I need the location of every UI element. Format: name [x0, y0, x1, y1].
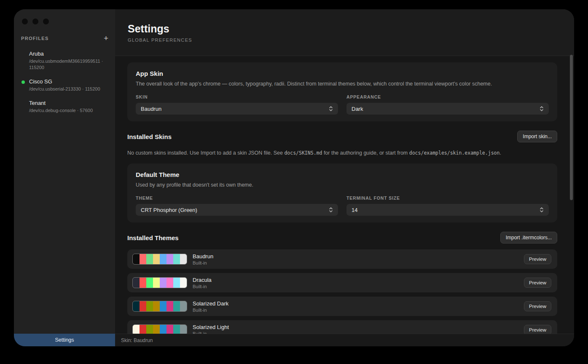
font-size-field: TERMINAL FONT SIZE 14 [346, 195, 549, 216]
note-text: . [499, 150, 501, 156]
swatch-color [140, 301, 146, 311]
add-profile-icon[interactable]: + [104, 35, 108, 41]
swatch-color [140, 278, 146, 288]
theme-row: Dracula Built-in Preview [127, 273, 557, 292]
active-connection-dot-icon [21, 80, 25, 84]
swatch-color [160, 254, 166, 264]
installed-themes-section: Installed Themes Import .itermcolors... [127, 232, 557, 244]
profiles-header: PROFILES + [14, 24, 115, 41]
swatch-color [180, 301, 187, 311]
theme-row: Solarized Light Built-in Preview [127, 320, 557, 334]
swatch-color [173, 325, 180, 334]
swatch-color [160, 301, 166, 311]
theme-info: Solarized Light Built-in [193, 324, 229, 334]
swatch-color [160, 278, 166, 288]
theme-name: Dracula [193, 277, 212, 283]
chevron-up-down-icon [539, 206, 545, 213]
profile-item[interactable]: Tenant /dev/cu.debug-console · 57600 [14, 99, 115, 115]
swatch-color [140, 325, 146, 334]
skin-select[interactable]: Baudrun [136, 103, 338, 115]
chevron-up-down-icon [328, 105, 334, 112]
traffic-light-minimize-icon[interactable] [32, 19, 38, 24]
profile-detail: /dev/cu.debug-console · 57600 [29, 107, 109, 114]
preview-button[interactable]: Preview [524, 301, 551, 311]
traffic-light-close-icon[interactable] [22, 19, 28, 24]
swatch-color [173, 278, 180, 288]
swatch-color [180, 254, 187, 264]
theme-label: THEME [136, 195, 338, 201]
theme-swatch-strip [133, 325, 187, 334]
theme-field: THEME CRT Phosphor (Green) [136, 195, 338, 216]
profile-item[interactable]: Cisco SG /dev/cu.usbserial-213330 · 1152… [14, 78, 115, 93]
page-title: Settings [128, 23, 574, 35]
installed-skins-section: Installed Skins Import skin... [127, 131, 557, 142]
swatch-color [153, 301, 160, 311]
appearance-label: APPEARANCE [346, 94, 549, 99]
import-skin-button[interactable]: Import skin... [517, 131, 557, 142]
swatch-color [133, 254, 140, 264]
font-size-select-value: 14 [352, 207, 357, 213]
default-theme-title: Default Theme [136, 171, 549, 178]
swatch-color [180, 325, 187, 334]
swatch-color [133, 278, 140, 288]
note-text: No custom skins installed. Use Import to… [127, 150, 284, 156]
skin-select-value: Baudrun [141, 106, 161, 112]
profile-name: Tenant [29, 100, 109, 106]
theme-row: Solarized Dark Built-in Preview [127, 297, 557, 316]
window-controls [14, 9, 115, 24]
profile-list: Aruba /dev/cu.usbmodemM36619959511 · 115… [14, 50, 115, 114]
appearance-select[interactable]: Dark [346, 103, 549, 115]
app-skin-description: The overall look of the app's chrome — c… [136, 81, 549, 87]
chevron-up-down-icon [328, 206, 334, 213]
theme-select[interactable]: CRT Phosphor (Green) [136, 204, 338, 216]
swatch-color [153, 254, 160, 264]
note-text: for the authoring guide, or start from [322, 150, 409, 156]
installed-skins-title: Installed Skins [127, 133, 172, 140]
traffic-light-zoom-icon[interactable] [43, 19, 49, 24]
theme-info: Baudrun Built-in [193, 253, 213, 265]
note-code-path: docs/examples/skin.example.json [409, 150, 500, 156]
theme-select-value: CRT Phosphor (Green) [141, 207, 197, 213]
theme-name: Solarized Light [193, 324, 229, 330]
app-window: PROFILES + Aruba /dev/cu.usbmodemM366199… [14, 9, 574, 346]
swatch-color [160, 325, 166, 334]
profile-name: Cisco SG [29, 78, 109, 85]
main-panel: Settings GLOBAL PREFERENCES App Skin The… [115, 9, 574, 346]
sidebar: PROFILES + Aruba /dev/cu.usbmodemM366199… [14, 9, 115, 346]
profile-detail: /dev/cu.usbserial-213330 · 115200 [29, 86, 109, 92]
theme-info: Dracula Built-in [193, 277, 212, 289]
scrollbar-thumb[interactable] [570, 55, 573, 200]
theme-info: Solarized Dark Built-in [193, 300, 228, 313]
preview-button[interactable]: Preview [524, 254, 551, 264]
theme-subtitle: Built-in [193, 260, 213, 265]
theme-subtitle: Built-in [193, 284, 212, 289]
settings-content: App Skin The overall look of the app's c… [115, 56, 574, 334]
theme-swatch-strip [133, 278, 187, 288]
skin-field: SKIN Baudrun [136, 94, 338, 115]
status-bar: Skin: Baudrun [115, 334, 574, 346]
font-size-label: TERMINAL FONT SIZE [346, 195, 549, 201]
theme-swatch-strip [133, 301, 187, 311]
swatch-color [146, 278, 153, 288]
theme-row: Baudrun Built-in Preview [127, 249, 557, 269]
skin-label: SKIN [136, 94, 338, 99]
installed-themes-title: Installed Themes [127, 234, 179, 241]
no-skins-note: No custom skins installed. Use Import to… [127, 150, 557, 156]
profile-detail: /dev/cu.usbmodemM36619959511 · 115200 [29, 58, 109, 71]
settings-nav-button[interactable]: Settings [14, 334, 115, 346]
preview-button[interactable]: Preview [524, 278, 551, 288]
swatch-color [166, 325, 173, 334]
swatch-color [180, 278, 187, 288]
font-size-select[interactable]: 14 [346, 204, 549, 216]
profile-name: Aruba [29, 51, 109, 57]
page-subtitle: GLOBAL PREFERENCES [128, 37, 574, 43]
preview-button[interactable]: Preview [524, 325, 551, 334]
import-itermcolors-button[interactable]: Import .itermcolors... [500, 232, 557, 244]
swatch-color [153, 278, 160, 288]
swatch-color [173, 254, 180, 264]
theme-subtitle: Built-in [193, 308, 228, 313]
swatch-color [146, 325, 153, 334]
default-theme-description: Used by any profile that doesn't set its… [136, 182, 549, 188]
profile-item[interactable]: Aruba /dev/cu.usbmodemM36619959511 · 115… [14, 50, 115, 72]
theme-name: Solarized Dark [193, 300, 228, 307]
